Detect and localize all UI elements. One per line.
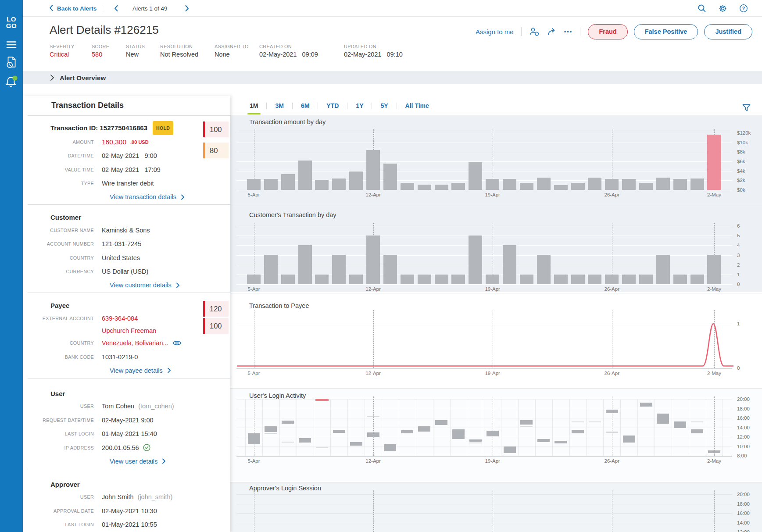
panel-title: Transaction Details xyxy=(23,96,230,115)
bell-icon[interactable] xyxy=(0,75,23,88)
more-actions-button[interactable]: ••• xyxy=(564,29,573,35)
gridline-h xyxy=(236,226,732,226)
session-bar xyxy=(504,446,516,453)
assign-to-me-link[interactable]: Assign to me xyxy=(476,28,514,36)
bar xyxy=(503,179,516,190)
detail-value: 02-May-2021 17:09 xyxy=(102,166,161,173)
next-alert-button[interactable] xyxy=(185,0,189,17)
chart-transaction-to-payee: Transaction to Payee105-Apr12-Apr19-Apr2… xyxy=(230,293,762,387)
y-axis-label: 8:00 xyxy=(737,453,747,458)
gridline-h xyxy=(236,284,732,285)
gridline-day xyxy=(637,399,638,456)
gridline-day xyxy=(723,399,723,456)
section-payee: PayeeEXTERNAL ACCOUNT639-364-084Upchurch… xyxy=(23,293,230,378)
gridline-day xyxy=(586,399,587,456)
tab-ytd[interactable]: YTD xyxy=(318,99,347,113)
y-axis-label: 2 xyxy=(737,262,740,268)
detail-label: VALUE TIME xyxy=(23,167,102,172)
y-axis-label: 16:00 xyxy=(737,415,750,421)
tab-5y[interactable]: 5Y xyxy=(372,99,396,113)
field-label-updated-on: UPDATED ON xyxy=(344,44,376,49)
gear-icon[interactable] xyxy=(719,0,727,17)
back-to-alerts-label: Back to Alerts xyxy=(57,5,97,12)
gridline-h xyxy=(236,504,732,504)
tab-1m[interactable]: 1M xyxy=(241,99,266,113)
gridline-week xyxy=(714,396,715,456)
gridline-day xyxy=(245,399,246,456)
menu-icon[interactable] xyxy=(0,40,23,49)
detail-value-text: 02-May-2021 9:00 xyxy=(102,152,157,159)
detail-label: DATE/TIME xyxy=(23,153,102,158)
detail-label: APPROVAL DATE xyxy=(23,508,102,514)
session-bar xyxy=(418,426,430,432)
gridline-day xyxy=(467,399,467,456)
detail-value-text: 01-May-2021 10:55 xyxy=(102,521,157,528)
help-icon[interactable]: ? xyxy=(739,0,748,17)
gridline-week xyxy=(493,490,493,532)
view-details-link[interactable]: View transaction details xyxy=(110,190,230,204)
fraud-button[interactable]: Fraud xyxy=(588,24,627,39)
session-bar xyxy=(555,441,567,443)
detail-label: USER xyxy=(23,494,102,500)
report-clock-icon[interactable] xyxy=(0,56,23,69)
gridline-h xyxy=(236,152,732,152)
bar xyxy=(264,179,278,190)
justified-button[interactable]: Justified xyxy=(704,24,752,39)
bar xyxy=(571,183,585,190)
view-details-link[interactable]: View user details xyxy=(110,455,230,469)
search-icon[interactable] xyxy=(698,0,706,17)
previous-alert-button[interactable] xyxy=(114,0,118,17)
detail-value: 160,300.00 USD xyxy=(102,138,149,146)
session-bar-light xyxy=(282,442,294,443)
gridline-h xyxy=(236,523,732,523)
tab-all-time[interactable]: All Time xyxy=(397,99,437,113)
detail-value-muted: (tom_cohen) xyxy=(138,403,174,410)
field-label-created-on: CREATED ON xyxy=(259,44,292,49)
tab-3m[interactable]: 3M xyxy=(267,99,292,113)
gridline-day xyxy=(279,399,280,456)
detail-value-text: 160,300 xyxy=(102,138,126,146)
chevron-left-icon xyxy=(49,5,53,12)
filter-icon[interactable] xyxy=(742,104,751,114)
bar xyxy=(520,275,533,284)
alert-overview-toggle[interactable]: Alert Overview xyxy=(23,71,762,84)
session-bar xyxy=(691,429,703,434)
x-axis-label: 19-Apr xyxy=(479,458,507,464)
detail-row: BANK CODE1031-0219-0 xyxy=(23,350,230,364)
false-positive-button[interactable]: False Positive xyxy=(634,24,698,39)
detail-label: ACCOUNT NUMBER xyxy=(23,241,102,246)
y-axis-label: 20:00 xyxy=(737,492,750,497)
gridline-day xyxy=(535,399,536,456)
assign-user-icon[interactable] xyxy=(529,27,540,36)
session-bar xyxy=(469,439,482,441)
detail-label: LAST LOGIN xyxy=(23,431,102,436)
bar xyxy=(622,179,636,190)
field-value: 02-May-2021 09:09 xyxy=(259,51,318,58)
detail-value: 200.01.05.56 xyxy=(102,444,150,451)
detail-row: USERTom Cohen(tom_cohen) xyxy=(23,400,230,414)
detail-label: LAST LOGIN xyxy=(23,522,102,527)
bar xyxy=(520,183,533,190)
section-heading: User xyxy=(50,383,230,400)
gridline-week xyxy=(373,396,374,456)
tab-1y[interactable]: 1Y xyxy=(347,99,372,113)
section-heading: Approver xyxy=(50,474,230,490)
bar xyxy=(486,275,499,284)
bar xyxy=(537,255,551,284)
view-details-link[interactable]: View customer details xyxy=(110,278,230,293)
x-axis-label: 12-Apr xyxy=(359,286,387,292)
app-logo[interactable]: LO GO xyxy=(0,16,23,29)
bar xyxy=(332,179,346,190)
detail-value-text: 639-364-084 xyxy=(102,315,138,322)
eye-icon[interactable] xyxy=(172,340,182,346)
tab-6m[interactable]: 6M xyxy=(293,99,318,113)
back-to-alerts-link[interactable]: Back to Alerts xyxy=(49,0,97,17)
view-details-label: View payee details xyxy=(110,367,163,374)
gridline-day xyxy=(416,399,416,456)
view-details-link[interactable]: View payee details xyxy=(110,364,230,378)
session-bar xyxy=(572,430,584,434)
detail-row: Upchurch Freeman xyxy=(23,325,230,336)
field-value: 580 xyxy=(92,51,102,58)
forward-icon[interactable] xyxy=(547,28,557,36)
x-axis-label: 26-Apr xyxy=(598,192,626,197)
